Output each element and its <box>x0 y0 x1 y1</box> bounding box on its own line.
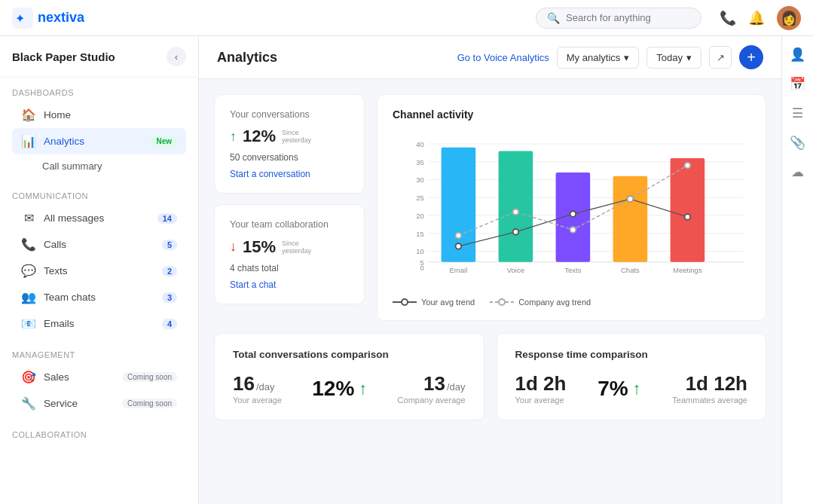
header-actions: Go to Voice Analytics My analytics ▾ Tod… <box>457 45 763 69</box>
service-label: Service <box>44 398 115 409</box>
company-avg-label: Company average <box>398 396 466 405</box>
response-time-title: Response time comparison <box>515 349 748 360</box>
add-button[interactable]: + <box>739 45 763 69</box>
total-conversations-values: 16 /day Your average 12% ↑ <box>233 372 466 405</box>
my-analytics-dropdown[interactable]: My analytics ▾ <box>557 47 640 69</box>
emails-icon: 📧 <box>21 316 36 331</box>
service-icon: 🔧 <box>21 396 36 411</box>
start-conversation-link[interactable]: Start a conversation <box>230 169 349 179</box>
chevron-down-icon-today: ▾ <box>686 52 692 63</box>
call-summary-label: Call summary <box>42 160 177 172</box>
your-avg-section: 16 /day Your average <box>233 372 282 405</box>
trend-dot-3 <box>570 211 576 217</box>
home-icon: 🏠 <box>21 108 36 122</box>
logo: ✦ nextiva <box>12 8 84 29</box>
trend-dot-dashed-4 <box>628 196 634 202</box>
emails-label: Emails <box>44 318 154 329</box>
logo-icon: ✦ <box>12 8 33 29</box>
team-chats-badge: 3 <box>162 292 177 303</box>
conversations-title: Your conversations <box>230 108 349 121</box>
calendar-icon[interactable]: 📅 <box>790 76 805 92</box>
sidebar-header: Black Paper Studio ‹ <box>0 36 198 78</box>
chevron-down-icon: ▾ <box>624 52 629 63</box>
list-icon[interactable]: ☰ <box>792 105 803 121</box>
search-icon: 🔍 <box>547 12 560 24</box>
sidebar-item-calls[interactable]: 📞 Calls 5 <box>12 231 186 258</box>
channel-activity-card: Channel activity 40 35 <box>377 94 766 321</box>
conversations-value-row: ↑ 12% Since yesterday <box>230 127 349 146</box>
svg-text:20: 20 <box>416 212 424 220</box>
avatar[interactable]: 👩 <box>777 6 801 30</box>
trend-dot-1 <box>456 243 462 249</box>
sales-icon: 🎯 <box>21 370 36 384</box>
go-to-voice-link[interactable]: Go to Voice Analytics <box>457 52 549 63</box>
collaboration-pct: 15% <box>243 237 276 257</box>
since-label2: Since <box>282 240 311 247</box>
svg-text:Chats: Chats <box>621 266 640 274</box>
your-avg-label: Your average <box>233 396 282 405</box>
svg-text:25: 25 <box>416 194 424 202</box>
calls-label: Calls <box>44 239 154 250</box>
chart-title: Channel activity <box>393 108 750 121</box>
bell-icon[interactable]: 🔔 <box>748 10 765 26</box>
communication-label: Communication <box>12 191 186 200</box>
logo-text: nextiva <box>38 10 84 26</box>
team-chats-icon: 👥 <box>21 290 36 304</box>
sidebar-item-texts[interactable]: 💬 Texts 2 <box>12 258 186 284</box>
response-time-card: Response time comparison 1d 2h Your aver… <box>497 333 767 420</box>
response-time-values: 1d 2h Your average 7% ↑ 1d 12h Teammates… <box>515 372 748 405</box>
sidebar-item-service[interactable]: 🔧 Service Coming soon <box>12 390 186 417</box>
user-icon[interactable]: 👤 <box>790 47 805 63</box>
sidebar-company-name: Black Paper Studio <box>12 50 115 63</box>
svg-text:15: 15 <box>416 230 424 238</box>
service-coming-soon: Coming soon <box>122 399 177 408</box>
trend-dot-5 <box>685 214 691 220</box>
response-teammates-val: 1d 12h <box>686 372 747 396</box>
company-trend-label: Company avg trend <box>518 298 591 307</box>
svg-text:40: 40 <box>416 140 424 148</box>
trend-dot-2 <box>513 229 519 235</box>
today-dropdown[interactable]: Today ▾ <box>646 47 701 69</box>
cloud-icon[interactable]: ☁ <box>791 164 804 180</box>
sidebar-item-team-chats[interactable]: 👥 Team chats 3 <box>12 284 186 310</box>
share-button[interactable]: ↗ <box>709 46 732 69</box>
response-teammates-label: Teammates average <box>672 396 747 405</box>
sidebar-item-analytics[interactable]: 📊 Analytics New <box>12 128 186 154</box>
team-chats-label: Team chats <box>44 292 154 303</box>
management-label: Management <box>12 350 186 359</box>
search-bar[interactable]: 🔍 <box>536 8 701 29</box>
your-trend-label: Your avg trend <box>421 298 475 307</box>
sidebar-item-emails[interactable]: 📧 Emails 4 <box>12 310 186 337</box>
sidebar-item-sales[interactable]: 🎯 Sales Coming soon <box>12 364 186 390</box>
phone-icon[interactable]: 📞 <box>720 10 736 26</box>
my-analytics-label: My analytics <box>567 52 621 63</box>
plus-icon: + <box>747 49 756 66</box>
top-nav: ✦ nextiva 🔍 📞 🔔 👩 <box>0 0 813 36</box>
page-header: Analytics Go to Voice Analytics My analy… <box>199 36 781 79</box>
analytics-label: Analytics <box>44 136 143 147</box>
response-pct-section: 7% ↑ <box>578 377 660 401</box>
dashboard-content: Your conversations ↑ 12% Since yesterday… <box>199 79 781 435</box>
svg-text:Meetings: Meetings <box>673 266 702 274</box>
response-your-section: 1d 2h Your average <box>515 372 567 405</box>
search-input[interactable] <box>566 12 690 23</box>
svg-text:✦: ✦ <box>15 12 25 25</box>
response-pct: 7% <box>598 377 628 401</box>
all-messages-icon: ✉ <box>21 211 36 225</box>
trend-dot-dashed-5 <box>685 163 691 169</box>
today-label: Today <box>656 52 683 63</box>
calls-icon: 📞 <box>21 237 36 252</box>
start-chat-link[interactable]: Start a chat <box>230 279 349 290</box>
texts-label: Texts <box>44 265 154 276</box>
texts-icon: 💬 <box>21 264 36 278</box>
company-trend-legend: Company avg trend <box>490 298 591 307</box>
sidebar-collapse-button[interactable]: ‹ <box>167 47 186 66</box>
sidebar-item-all-messages[interactable]: ✉ All messages 14 <box>12 205 186 231</box>
company-val: 13 <box>423 372 445 396</box>
bar-meetings <box>671 158 705 262</box>
sidebar-item-call-summary[interactable]: Call summary <box>12 154 186 178</box>
paperclip-icon[interactable]: 📎 <box>790 135 805 151</box>
conversations-pct: 12% <box>243 127 276 146</box>
sidebar-item-home[interactable]: 🏠 Home <box>12 102 186 128</box>
top-row: Your conversations ↑ 12% Since yesterday… <box>214 94 766 321</box>
